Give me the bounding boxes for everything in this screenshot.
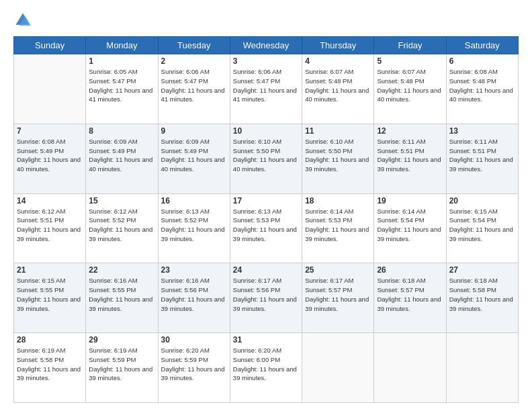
calendar-header-tuesday: Tuesday bbox=[158, 37, 230, 54]
day-info: Sunrise: 6:08 AMSunset: 5:49 PMDaylight:… bbox=[17, 137, 83, 174]
calendar-cell: 31Sunrise: 6:20 AMSunset: 6:00 PMDayligh… bbox=[230, 333, 302, 403]
day-number: 20 bbox=[449, 196, 515, 205]
day-number: 13 bbox=[449, 126, 515, 136]
day-info: Sunrise: 6:17 AMSunset: 5:56 PMDaylight:… bbox=[233, 276, 299, 313]
calendar-cell: 10Sunrise: 6:10 AMSunset: 5:50 PMDayligh… bbox=[230, 124, 302, 193]
calendar-header-thursday: Thursday bbox=[302, 37, 374, 54]
day-info: Sunrise: 6:09 AMSunset: 5:49 PMDaylight:… bbox=[89, 137, 154, 174]
day-number: 11 bbox=[305, 126, 371, 136]
day-info: Sunrise: 6:11 AMSunset: 5:51 PMDaylight:… bbox=[377, 137, 443, 174]
calendar-cell: 4Sunrise: 6:07 AMSunset: 5:48 PMDaylight… bbox=[302, 54, 374, 124]
calendar-cell: 15Sunrise: 6:12 AMSunset: 5:52 PMDayligh… bbox=[86, 193, 158, 263]
day-number: 26 bbox=[377, 265, 443, 275]
day-info: Sunrise: 6:15 AMSunset: 5:55 PMDaylight:… bbox=[17, 276, 83, 313]
day-info: Sunrise: 6:06 AMSunset: 5:47 PMDaylight:… bbox=[161, 67, 227, 104]
day-info: Sunrise: 6:20 AMSunset: 5:59 PMDaylight:… bbox=[161, 346, 227, 383]
calendar-cell: 24Sunrise: 6:17 AMSunset: 5:56 PMDayligh… bbox=[230, 263, 302, 333]
day-number: 10 bbox=[233, 126, 299, 136]
day-number: 19 bbox=[377, 196, 443, 205]
day-number: 1 bbox=[89, 56, 154, 66]
day-number: 6 bbox=[449, 56, 515, 66]
day-info: Sunrise: 6:06 AMSunset: 5:47 PMDaylight:… bbox=[233, 67, 299, 104]
calendar-cell: 20Sunrise: 6:15 AMSunset: 5:54 PMDayligh… bbox=[446, 193, 518, 263]
day-number: 16 bbox=[161, 196, 227, 205]
day-info: Sunrise: 6:19 AMSunset: 5:58 PMDaylight:… bbox=[17, 346, 83, 383]
calendar-cell: 5Sunrise: 6:07 AMSunset: 5:48 PMDaylight… bbox=[374, 54, 446, 124]
header bbox=[13, 11, 519, 30]
day-number: 3 bbox=[233, 56, 299, 66]
day-number: 2 bbox=[161, 56, 227, 66]
day-info: Sunrise: 6:15 AMSunset: 5:54 PMDaylight:… bbox=[449, 207, 515, 244]
calendar-cell: 27Sunrise: 6:18 AMSunset: 5:58 PMDayligh… bbox=[446, 263, 518, 333]
calendar-cell bbox=[14, 54, 86, 124]
day-number: 22 bbox=[89, 265, 154, 275]
calendar-cell: 13Sunrise: 6:11 AMSunset: 5:51 PMDayligh… bbox=[446, 124, 518, 193]
day-number: 8 bbox=[89, 126, 154, 136]
calendar-cell bbox=[446, 333, 518, 403]
day-info: Sunrise: 6:09 AMSunset: 5:49 PMDaylight:… bbox=[161, 137, 227, 174]
logo bbox=[13, 11, 35, 30]
day-info: Sunrise: 6:12 AMSunset: 5:51 PMDaylight:… bbox=[17, 207, 83, 244]
calendar-cell: 23Sunrise: 6:16 AMSunset: 5:56 PMDayligh… bbox=[158, 263, 230, 333]
calendar-week-3: 14Sunrise: 6:12 AMSunset: 5:51 PMDayligh… bbox=[14, 193, 519, 263]
calendar-cell: 29Sunrise: 6:19 AMSunset: 5:59 PMDayligh… bbox=[86, 333, 158, 403]
logo-icon bbox=[13, 11, 32, 30]
day-info: Sunrise: 6:19 AMSunset: 5:59 PMDaylight:… bbox=[89, 346, 154, 383]
calendar-cell: 22Sunrise: 6:16 AMSunset: 5:55 PMDayligh… bbox=[86, 263, 158, 333]
calendar-week-4: 21Sunrise: 6:15 AMSunset: 5:55 PMDayligh… bbox=[14, 263, 519, 333]
day-number: 31 bbox=[233, 335, 299, 345]
day-info: Sunrise: 6:11 AMSunset: 5:51 PMDaylight:… bbox=[449, 137, 515, 174]
calendar-header-row: SundayMondayTuesdayWednesdayThursdayFrid… bbox=[14, 37, 519, 54]
calendar-header-friday: Friday bbox=[374, 37, 446, 54]
calendar-week-5: 28Sunrise: 6:19 AMSunset: 5:58 PMDayligh… bbox=[14, 333, 519, 403]
calendar-header-saturday: Saturday bbox=[446, 37, 518, 54]
day-info: Sunrise: 6:14 AMSunset: 5:54 PMDaylight:… bbox=[377, 207, 443, 244]
calendar-cell bbox=[302, 333, 374, 403]
day-info: Sunrise: 6:10 AMSunset: 5:50 PMDaylight:… bbox=[305, 137, 371, 174]
day-number: 30 bbox=[161, 335, 227, 345]
day-number: 21 bbox=[17, 265, 83, 275]
calendar-cell: 25Sunrise: 6:17 AMSunset: 5:57 PMDayligh… bbox=[302, 263, 374, 333]
day-number: 29 bbox=[89, 335, 154, 345]
calendar-header-sunday: Sunday bbox=[14, 37, 86, 54]
calendar-cell: 9Sunrise: 6:09 AMSunset: 5:49 PMDaylight… bbox=[158, 124, 230, 193]
day-number: 12 bbox=[377, 126, 443, 136]
calendar-cell: 3Sunrise: 6:06 AMSunset: 5:47 PMDaylight… bbox=[230, 54, 302, 124]
calendar-cell: 2Sunrise: 6:06 AMSunset: 5:47 PMDaylight… bbox=[158, 54, 230, 124]
day-info: Sunrise: 6:13 AMSunset: 5:53 PMDaylight:… bbox=[233, 207, 299, 244]
calendar-week-1: 1Sunrise: 6:05 AMSunset: 5:47 PMDaylight… bbox=[14, 54, 519, 124]
calendar-cell: 21Sunrise: 6:15 AMSunset: 5:55 PMDayligh… bbox=[14, 263, 86, 333]
calendar-cell: 1Sunrise: 6:05 AMSunset: 5:47 PMDaylight… bbox=[86, 54, 158, 124]
calendar-cell bbox=[374, 333, 446, 403]
calendar-cell: 7Sunrise: 6:08 AMSunset: 5:49 PMDaylight… bbox=[14, 124, 86, 193]
calendar-cell: 8Sunrise: 6:09 AMSunset: 5:49 PMDaylight… bbox=[86, 124, 158, 193]
day-info: Sunrise: 6:18 AMSunset: 5:57 PMDaylight:… bbox=[377, 276, 443, 313]
calendar-cell: 17Sunrise: 6:13 AMSunset: 5:53 PMDayligh… bbox=[230, 193, 302, 263]
calendar-header-wednesday: Wednesday bbox=[230, 37, 302, 54]
page: SundayMondayTuesdayWednesdayThursdayFrid… bbox=[0, 0, 532, 411]
calendar-cell: 19Sunrise: 6:14 AMSunset: 5:54 PMDayligh… bbox=[374, 193, 446, 263]
calendar-cell: 16Sunrise: 6:13 AMSunset: 5:52 PMDayligh… bbox=[158, 193, 230, 263]
day-info: Sunrise: 6:07 AMSunset: 5:48 PMDaylight:… bbox=[305, 67, 371, 104]
day-number: 23 bbox=[161, 265, 227, 275]
calendar-cell: 18Sunrise: 6:14 AMSunset: 5:53 PMDayligh… bbox=[302, 193, 374, 263]
day-number: 9 bbox=[161, 126, 227, 136]
calendar-cell: 12Sunrise: 6:11 AMSunset: 5:51 PMDayligh… bbox=[374, 124, 446, 193]
day-info: Sunrise: 6:13 AMSunset: 5:52 PMDaylight:… bbox=[161, 207, 227, 244]
calendar-header-monday: Monday bbox=[86, 37, 158, 54]
day-info: Sunrise: 6:08 AMSunset: 5:48 PMDaylight:… bbox=[449, 67, 515, 104]
calendar-cell: 26Sunrise: 6:18 AMSunset: 5:57 PMDayligh… bbox=[374, 263, 446, 333]
calendar-cell: 30Sunrise: 6:20 AMSunset: 5:59 PMDayligh… bbox=[158, 333, 230, 403]
calendar-cell: 11Sunrise: 6:10 AMSunset: 5:50 PMDayligh… bbox=[302, 124, 374, 193]
day-number: 28 bbox=[17, 335, 83, 345]
calendar-cell: 28Sunrise: 6:19 AMSunset: 5:58 PMDayligh… bbox=[14, 333, 86, 403]
day-number: 5 bbox=[377, 56, 443, 66]
day-info: Sunrise: 6:20 AMSunset: 6:00 PMDaylight:… bbox=[233, 346, 299, 383]
calendar-cell: 6Sunrise: 6:08 AMSunset: 5:48 PMDaylight… bbox=[446, 54, 518, 124]
day-number: 7 bbox=[17, 126, 83, 136]
day-info: Sunrise: 6:16 AMSunset: 5:56 PMDaylight:… bbox=[161, 276, 227, 313]
day-number: 14 bbox=[17, 196, 83, 205]
day-info: Sunrise: 6:12 AMSunset: 5:52 PMDaylight:… bbox=[89, 207, 154, 244]
day-number: 15 bbox=[89, 196, 154, 205]
day-info: Sunrise: 6:16 AMSunset: 5:55 PMDaylight:… bbox=[89, 276, 154, 313]
